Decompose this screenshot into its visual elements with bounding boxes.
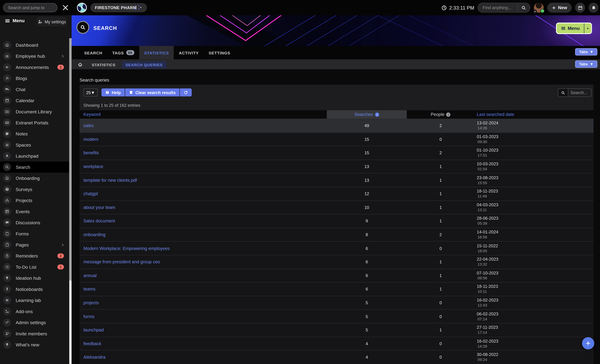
info-icon[interactable]: i bbox=[375, 112, 379, 116]
add-button[interactable] bbox=[582, 337, 594, 349]
scrollbar-thumb[interactable] bbox=[69, 38, 72, 280]
column-header-last-searched[interactable]: Last searched date bbox=[474, 110, 593, 119]
tab-search[interactable]: SEARCH bbox=[79, 46, 107, 59]
cell-last-searched: 18-11-202310:11 bbox=[474, 283, 593, 296]
keyword-link[interactable]: onboarding bbox=[84, 232, 105, 237]
sidebar-item-discussions[interactable]: Discussions bbox=[0, 217, 69, 228]
sidebar-item-what-s-new[interactable]: What's new bbox=[0, 339, 69, 350]
sidebar-item-search[interactable]: Search bbox=[0, 161, 69, 173]
table-search-input[interactable] bbox=[568, 89, 591, 96]
home-icon[interactable] bbox=[78, 62, 83, 67]
tab-settings[interactable]: SETTINGS bbox=[204, 46, 235, 59]
time: 07:14 bbox=[477, 317, 593, 321]
sidebar-item-announcements[interactable]: Announcements2 bbox=[0, 62, 69, 73]
keyword-link[interactable]: chatgpt bbox=[84, 191, 98, 196]
clear-search-results-button[interactable]: Clear search results bbox=[125, 88, 179, 96]
sidebar-item-projects[interactable]: Projects bbox=[0, 195, 69, 206]
close-icon[interactable] bbox=[62, 4, 69, 11]
sidebar-menu-toggle[interactable]: Menu bbox=[5, 18, 25, 23]
sidebar-item-pages[interactable]: Pages bbox=[0, 239, 69, 250]
sidebar-item-add-ons[interactable]: Add-ons bbox=[0, 306, 69, 317]
tasklist-icon bbox=[3, 263, 11, 271]
keyword-link[interactable]: about your team bbox=[84, 205, 115, 210]
sidebar-item-events[interactable]: Events bbox=[0, 206, 69, 217]
cell-searches: 49 bbox=[327, 119, 407, 132]
fullscreen-icon[interactable] bbox=[135, 5, 140, 10]
sidebar-item-label: To-Do List bbox=[16, 264, 37, 270]
keyword-link[interactable]: Aleksandra bbox=[84, 355, 105, 360]
keyword-link[interactable]: workplace bbox=[84, 164, 103, 169]
sidebar-item-chat[interactable]: Chat bbox=[0, 84, 69, 95]
sidebar-item-notes[interactable]: Notes bbox=[0, 128, 69, 139]
tab-statistics[interactable]: STATISTICS bbox=[139, 46, 174, 59]
tabs-dropdown-button[interactable]: Tabs ▼ bbox=[575, 48, 597, 56]
cell-last-searched: 15-11-202218:05 bbox=[474, 242, 593, 255]
my-settings-button[interactable]: My settings bbox=[37, 17, 67, 26]
column-header-people[interactable]: People i bbox=[407, 110, 474, 119]
refresh-button[interactable] bbox=[180, 88, 192, 96]
info-icon[interactable]: i bbox=[446, 112, 450, 116]
sidebar-item-spaces[interactable]: Spaces bbox=[0, 139, 69, 150]
keyword-link[interactable]: Modern Workplace: Empowering employees bbox=[84, 246, 170, 251]
subnav-item-search-queries[interactable]: SEARCH QUERIES bbox=[122, 61, 167, 68]
sidebar-item-launchpad[interactable]: Launchpad bbox=[0, 150, 69, 161]
notifications-button[interactable] bbox=[589, 3, 599, 13]
sidebar-item-extranet-portals[interactable]: Extranet Portals bbox=[0, 117, 69, 128]
avatar[interactable]: ▼ bbox=[534, 3, 544, 13]
keyword-link[interactable]: template for new cleints.pdf bbox=[84, 178, 137, 182]
keyword-link[interactable]: message from president and group ceo bbox=[84, 260, 160, 264]
keyword-link[interactable]: forms bbox=[84, 314, 94, 319]
jump-search-input[interactable] bbox=[3, 3, 57, 12]
page-menu-button[interactable]: Menu ▼ bbox=[556, 23, 592, 34]
column-header-searches[interactable]: Searches i bbox=[327, 110, 407, 119]
keyword-link[interactable]: sales bbox=[84, 123, 94, 128]
keyword-link[interactable]: feedback bbox=[84, 341, 101, 346]
sidebar-scrollbar[interactable] bbox=[69, 38, 72, 364]
cell-searches: 15 bbox=[327, 133, 407, 146]
clock: 2:33:11 PM bbox=[441, 5, 474, 11]
global-search-input[interactable] bbox=[478, 3, 522, 12]
subnav-tabs-dropdown-button[interactable]: Tabs ▼ bbox=[575, 60, 597, 68]
sidebar-item-noticeboards[interactable]: Noticeboards bbox=[0, 284, 69, 295]
users-icon bbox=[3, 141, 11, 149]
sidebar-item-invite-members[interactable]: Invite members bbox=[0, 328, 69, 339]
keyword-link[interactable]: projects bbox=[84, 300, 99, 305]
sidebar-item-ideation-hub[interactable]: Ideation hub bbox=[0, 272, 69, 283]
laptop-icon bbox=[3, 174, 11, 182]
sidebar-item-employee-hub[interactable]: Employee hub bbox=[0, 50, 69, 62]
action-button-group: Help Clear search results bbox=[101, 88, 192, 96]
tab-label: SEARCH bbox=[84, 50, 102, 55]
column-header-keyword[interactable]: Keyword bbox=[80, 110, 327, 119]
keyword-link[interactable]: Sales document bbox=[84, 219, 115, 223]
org-logo[interactable] bbox=[77, 3, 87, 13]
sidebar-item-forms[interactable]: Forms bbox=[0, 228, 69, 239]
table-row: launchpad5127-11-202317:14 bbox=[80, 323, 593, 336]
keyword-link[interactable]: benefits bbox=[84, 151, 99, 155]
sidebar-item-reminders[interactable]: Reminders2 bbox=[0, 250, 69, 261]
keyword-link[interactable]: modern bbox=[84, 137, 98, 142]
sidebar-item-surveys[interactable]: Surveys bbox=[0, 184, 69, 195]
keyword-link[interactable]: teams bbox=[84, 287, 95, 291]
sidebar-item-calendar[interactable]: Calendar bbox=[0, 95, 69, 106]
sidebar-item-dashboard[interactable]: Dashboard bbox=[0, 39, 69, 50]
sidebar-item-onboarding[interactable]: Onboarding bbox=[0, 173, 69, 184]
sidebar-item-to-do-list[interactable]: To-Do List1 bbox=[0, 261, 69, 272]
new-button[interactable]: New bbox=[547, 3, 572, 13]
sidebar-item-learning-lab[interactable]: Learning lab bbox=[0, 295, 69, 306]
sidebar-item-admin-settings[interactable]: Admin settings bbox=[0, 317, 69, 328]
keyword-link[interactable]: launchpad bbox=[84, 328, 104, 332]
tab-tags[interactable]: TAGS89 bbox=[107, 46, 139, 59]
calendar-button[interactable] bbox=[575, 3, 585, 13]
page-size-select[interactable]: 25 ▼ bbox=[84, 88, 98, 96]
table-row: projects5016-02-202312:43 bbox=[80, 296, 593, 309]
tab-activity[interactable]: ACTIVITY bbox=[174, 46, 204, 59]
menu-dropdown-toggle[interactable]: ▼ bbox=[584, 23, 591, 33]
sidebar-item-blogs[interactable]: Blogs bbox=[0, 73, 69, 84]
cell-keyword: workplace bbox=[80, 160, 327, 173]
cell-people: 1 bbox=[407, 283, 474, 296]
help-button[interactable]: Help bbox=[101, 88, 125, 96]
keyword-link[interactable]: annual bbox=[84, 273, 97, 278]
sidebar-item-document-library[interactable]: Document Library bbox=[0, 106, 69, 117]
subnav-item-statistics[interactable]: STATISTICS bbox=[92, 63, 115, 67]
table-controls: 25 ▼ Help Clear search results bbox=[80, 84, 593, 100]
